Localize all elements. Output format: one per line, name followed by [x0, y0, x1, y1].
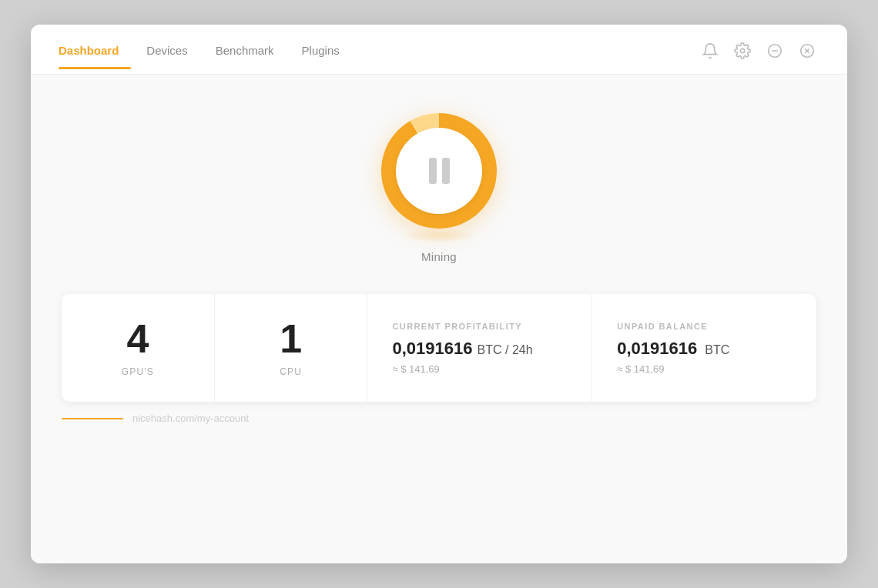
- profitability-usd: ≈ $ 141,69: [392, 363, 439, 375]
- tab-benchmark[interactable]: Benchmark: [216, 44, 287, 69]
- svg-point-0: [740, 48, 745, 53]
- header: Dashboard Devices Benchmark Plugins: [31, 25, 847, 75]
- gpu-label: GPU'S: [122, 366, 154, 377]
- bottom-hint-line: [62, 418, 123, 419]
- mining-label: Mining: [421, 250, 457, 263]
- gpu-stat-card: 4 GPU'S: [62, 294, 215, 402]
- profitability-btc: 0,0191616 BTC / 24h: [392, 339, 532, 359]
- cpu-stat-card: 1 CPU: [215, 294, 368, 402]
- bottom-hint: nicehash.com/my-account: [62, 402, 816, 424]
- tab-devices[interactable]: Devices: [146, 44, 199, 69]
- close-icon[interactable]: [795, 38, 819, 63]
- settings-icon[interactable]: [730, 38, 755, 63]
- balance-section-label: UNPAID BALANCE: [617, 322, 708, 331]
- minimize-icon[interactable]: [762, 38, 787, 63]
- tab-plugins[interactable]: Plugins: [302, 44, 352, 69]
- mining-toggle-button[interactable]: [381, 113, 497, 229]
- stats-row: 4 GPU'S 1 CPU CURRENT PROFITABILITY 0,01…: [62, 294, 816, 402]
- pause-bar-left: [429, 158, 437, 184]
- main-content: Mining 4 GPU'S 1 CPU CURRENT PROFITABILI…: [31, 75, 847, 563]
- nav-tabs: Dashboard Devices Benchmark Plugins: [59, 44, 367, 69]
- pause-bar-right: [442, 158, 450, 184]
- balance-btc: 0,0191616 BTC: [617, 339, 729, 359]
- profitability-card: CURRENT PROFITABILITY 0,0191616 BTC / 24…: [367, 294, 592, 402]
- mining-button-inner: [396, 128, 482, 214]
- cpu-label: CPU: [280, 366, 302, 377]
- balance-usd: ≈ $ 141,69: [617, 363, 664, 375]
- header-icons: [698, 38, 819, 74]
- balance-card: UNPAID BALANCE 0,0191616 BTC ≈ $ 141,69: [592, 294, 816, 402]
- bottom-hint-text: nicehash.com/my-account: [132, 413, 249, 424]
- notification-icon[interactable]: [698, 38, 722, 63]
- cpu-count: 1: [280, 319, 302, 359]
- tab-dashboard[interactable]: Dashboard: [59, 44, 131, 69]
- mining-section: Mining: [381, 113, 497, 263]
- gpu-count: 4: [126, 319, 149, 359]
- pause-icon: [429, 158, 450, 184]
- app-window: Dashboard Devices Benchmark Plugins: [31, 25, 847, 563]
- profitability-section-label: CURRENT PROFITABILITY: [392, 322, 522, 331]
